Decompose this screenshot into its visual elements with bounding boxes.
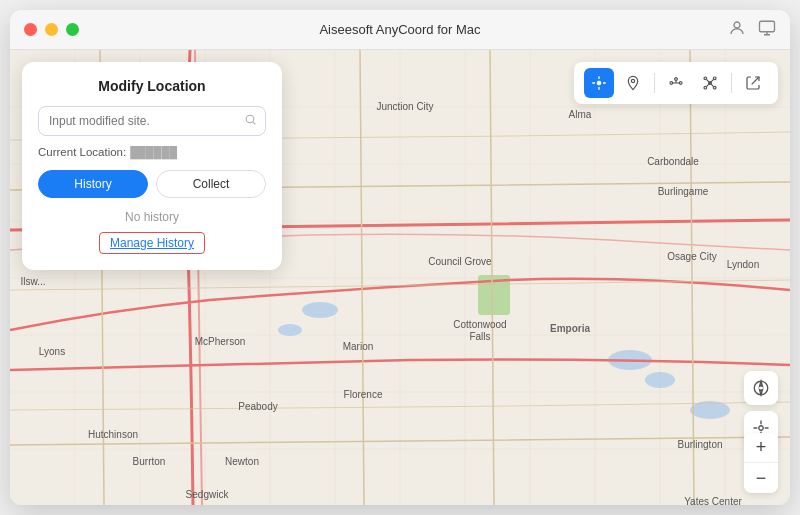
svg-text:Burlingame: Burlingame (658, 186, 709, 197)
svg-point-59 (713, 86, 716, 89)
current-location-label: Current Location: (38, 146, 126, 158)
svg-line-60 (752, 77, 759, 84)
svg-marker-63 (760, 390, 763, 395)
svg-text:McPherson: McPherson (195, 336, 246, 347)
manage-history-link[interactable]: Manage History (99, 232, 205, 254)
toolbar-divider (654, 73, 655, 93)
panel-title: Modify Location (38, 78, 266, 94)
zoom-out-button[interactable]: − (744, 463, 778, 493)
minimize-button[interactable] (45, 23, 58, 36)
svg-point-50 (597, 81, 601, 85)
svg-point-51 (631, 79, 634, 82)
svg-point-54 (675, 78, 678, 81)
current-location-row: Current Location: ██████ (38, 146, 266, 158)
toolbar-divider-2 (731, 73, 732, 93)
window-title: Aiseesoft AnyCoord for Mac (319, 22, 480, 37)
multi-mode-button[interactable] (695, 68, 725, 98)
svg-text:Hutchinson: Hutchinson (88, 429, 138, 440)
svg-text:Peabody: Peabody (238, 401, 277, 412)
map-toolbar (574, 62, 778, 104)
svg-rect-1 (760, 21, 775, 32)
svg-point-0 (734, 22, 740, 28)
svg-text:Osage City: Osage City (667, 251, 716, 262)
svg-point-56 (704, 77, 707, 80)
search-row (38, 106, 266, 136)
export-button[interactable] (738, 68, 768, 98)
svg-text:Junction City: Junction City (376, 101, 433, 112)
svg-point-64 (759, 426, 764, 431)
main-window: Aiseesoft AnyCoord for Mac (10, 10, 790, 505)
svg-point-52 (670, 82, 673, 85)
search-input[interactable] (38, 106, 266, 136)
svg-marker-62 (760, 381, 763, 386)
svg-text:Yates Center: Yates Center (684, 496, 742, 505)
tab-row: History Collect (38, 170, 266, 198)
close-button[interactable] (24, 23, 37, 36)
no-history-text: No history (38, 210, 266, 224)
svg-point-23 (278, 324, 302, 336)
history-tab[interactable]: History (38, 170, 148, 198)
svg-text:Florence: Florence (344, 389, 383, 400)
svg-text:Burrton: Burrton (133, 456, 166, 467)
current-location-value: ██████ (130, 146, 177, 158)
svg-point-58 (704, 86, 707, 89)
titlebar-actions (728, 19, 776, 41)
route-mode-button[interactable] (661, 68, 691, 98)
svg-text:Lyndon: Lyndon (727, 259, 759, 270)
svg-text:Newton: Newton (225, 456, 259, 467)
svg-text:Council Grove: Council Grove (428, 256, 492, 267)
map-area[interactable]: Junction City Alma Abilene Carbondale Bu… (10, 50, 790, 505)
svg-text:Cottonwood: Cottonwood (453, 319, 506, 330)
location-compass-button[interactable] (744, 371, 778, 405)
svg-text:Burlington: Burlington (677, 439, 722, 450)
svg-text:Sedgwick: Sedgwick (186, 489, 230, 500)
pin-mode-button[interactable] (618, 68, 648, 98)
modify-panel: Modify Location Current Location: ██████… (22, 62, 282, 270)
location-mode-button[interactable] (584, 68, 614, 98)
svg-text:Carbondale: Carbondale (647, 156, 699, 167)
user-icon[interactable] (728, 19, 746, 41)
zoom-in-button[interactable]: + (744, 433, 778, 463)
window-controls (24, 23, 79, 36)
svg-point-53 (679, 82, 682, 85)
svg-text:Falls: Falls (469, 331, 490, 342)
search-icon (244, 113, 257, 129)
svg-text:Lyons: Lyons (39, 346, 65, 357)
svg-point-65 (246, 115, 254, 123)
svg-point-22 (302, 302, 338, 318)
svg-text:Ilsw...: Ilsw... (20, 276, 45, 287)
collect-tab[interactable]: Collect (156, 170, 266, 198)
svg-text:Alma: Alma (569, 109, 592, 120)
maximize-button[interactable] (66, 23, 79, 36)
svg-point-57 (713, 77, 716, 80)
svg-text:Marion: Marion (343, 341, 374, 352)
svg-text:Emporia: Emporia (550, 323, 590, 334)
titlebar: Aiseesoft AnyCoord for Mac (10, 10, 790, 50)
svg-point-25 (645, 372, 675, 388)
monitor-icon[interactable] (758, 19, 776, 41)
zoom-controls: + − (744, 433, 778, 493)
